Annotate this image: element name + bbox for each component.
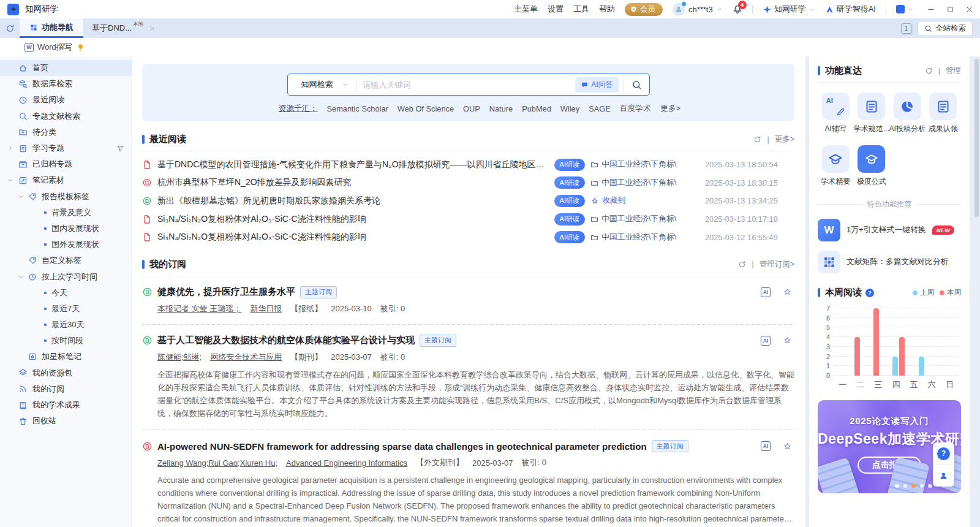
global-search-button[interactable]: 全站检索	[918, 21, 973, 36]
refresh-button[interactable]	[753, 135, 761, 143]
sources-more-link[interactable]: 更多>	[660, 104, 680, 114]
refresh-button[interactable]	[925, 67, 933, 75]
authors-link[interactable]: 陈健能;邹琳;	[157, 352, 202, 363]
quick-ai-submission-analysis[interactable]: AI投稿分析	[889, 93, 925, 134]
search-scope-select[interactable]: 知网检索	[288, 79, 356, 90]
search-submit-button[interactable]	[624, 74, 649, 95]
help-button[interactable]: ?	[933, 442, 954, 464]
sidebar-item-last-30-days[interactable]: 最近30天	[0, 317, 132, 333]
star-button[interactable]	[783, 442, 792, 451]
ai-assistant-button[interactable]: 研学智得AI	[825, 4, 876, 15]
quick-academic-standards[interactable]: 学术规范...	[854, 93, 890, 134]
manage-link[interactable]: 管理	[946, 66, 961, 76]
article-title[interactable]: 新出《殷檀那墓志铭》所见初唐时期殷氏家族婚姻关系考论	[157, 195, 549, 207]
topic-subscription-badge[interactable]: 主题订阅	[300, 286, 337, 298]
folder-link[interactable]: 中国工业经济\下角标\	[590, 214, 699, 224]
collapse-icon[interactable]	[17, 273, 24, 281]
recent-more-link[interactable]: 更多>	[775, 134, 794, 145]
minimize-button[interactable]	[926, 4, 936, 14]
sidebar-item-by-time-range[interactable]: 按时间段	[0, 333, 132, 349]
tab-document[interactable]: 基于DND... 本地	[83, 18, 164, 38]
star-button[interactable]	[783, 287, 792, 297]
featured-literature-matrix[interactable]: 文献矩阵：多篇文献对比分析	[818, 251, 961, 273]
article-title[interactable]: AI-powered NUN-SEDFN framework for addre…	[157, 441, 647, 452]
notifications-button[interactable]: 4	[733, 4, 742, 15]
sources-label[interactable]: 资源千汇：	[279, 104, 318, 114]
sidebar-item-note-materials[interactable]: 笔记素材	[0, 172, 132, 188]
sidebar-item-today[interactable]: 今天	[0, 285, 132, 301]
sidebar-item-my-academic-achievements[interactable]: 我的学术成果	[0, 397, 132, 413]
menu-help[interactable]: 帮助	[599, 4, 615, 15]
sidebar-item-report-template-tags[interactable]: 报告模板标签	[0, 189, 132, 205]
member-button[interactable]: 会员	[625, 3, 663, 16]
ai-read-button[interactable]: AI	[761, 336, 771, 346]
maximize-button[interactable]	[946, 5, 955, 14]
journal-link[interactable]: 网络安全技术与应用	[210, 352, 282, 363]
ai-read-badge[interactable]: AI研读	[554, 195, 585, 207]
article-title[interactable]: 杭州市典型林下草坪N_2O排放差异及影响因素研究	[157, 177, 549, 188]
journal-link[interactable]: 新华日报	[250, 303, 282, 314]
folder-link[interactable]: 中国工业经济\下角标\	[590, 159, 699, 170]
sidebar-item-by-last-study-time[interactable]: 按上次学习时间	[0, 268, 132, 284]
authors-link[interactable]: Zeliang Wang;Rui Gao;Xiuren Hu;	[157, 458, 277, 468]
ai-read-badge[interactable]: AI研读	[554, 159, 585, 171]
sidebar-item-archived-topics[interactable]: 已归档专题	[0, 156, 132, 172]
source-wiley[interactable]: Wiley	[560, 104, 579, 113]
expand-icon[interactable]	[7, 145, 14, 152]
menu-tools[interactable]: 工具	[573, 4, 589, 15]
tab-close-button[interactable]	[149, 25, 156, 32]
quick-ai-writing[interactable]: AI AI辅写	[818, 93, 854, 134]
source-pubmed[interactable]: PubMed	[522, 104, 551, 113]
authors-link[interactable]: 本报记者 安莹 王璐瑶；	[157, 303, 241, 314]
article-title[interactable]: 健康优先，提升医疗卫生服务水平	[157, 286, 295, 298]
sidebar-item-uncategorized[interactable]: 待分类	[0, 124, 132, 140]
ai-read-badge[interactable]: AI研读	[554, 231, 585, 243]
source-baidu-scholar[interactable]: 百度学术	[620, 104, 651, 114]
article-title[interactable]: Si₃N₄/Si₂N₂O复相粉体对Al₂O₃-SiC-C浇注料性能的影响	[157, 232, 549, 243]
menu-settings[interactable]: 设置	[548, 4, 564, 15]
journal-link[interactable]: Advanced Engineering Informatics	[286, 458, 407, 468]
filter-icon[interactable]	[116, 145, 124, 153]
sidebar-item-custom-tags[interactable]: 自定义标签	[0, 252, 132, 268]
ai-read-badge[interactable]: AI研读	[554, 213, 585, 226]
manage-subscriptions-link[interactable]: 管理订阅>	[760, 259, 794, 270]
article-title[interactable]: 基于人工智能及大数据技术的航空体质体能实验平台设计与实现	[157, 335, 415, 346]
sidebar-item-domestic-development[interactable]: 国内发展现状	[0, 221, 132, 237]
sidebar-item-recycle-bin[interactable]: 回收站	[0, 413, 132, 429]
source-web-of-science[interactable]: Web Of Science	[398, 104, 454, 113]
quick-academic-essentials[interactable]: 学术精要	[818, 145, 854, 187]
ai-read-button[interactable]: AI	[761, 441, 771, 451]
collapse-icon[interactable]	[17, 193, 24, 200]
sidebar-item-last-7-days[interactable]: 最近7天	[0, 301, 132, 317]
keyword-input[interactable]	[357, 80, 576, 89]
user-menu[interactable]: ch***t3	[673, 3, 723, 16]
sidebar-item-database-search[interactable]: 数据库检索	[0, 76, 132, 92]
tab-function-nav[interactable]: 功能导航	[20, 18, 83, 38]
sidebar-item-study-topics[interactable]: 学习专题	[0, 140, 132, 156]
source-oup[interactable]: OUP	[463, 104, 480, 113]
refresh-button[interactable]	[738, 260, 746, 268]
customer-service-button[interactable]	[933, 464, 954, 487]
sidebar-item-recent-reading[interactable]: 最近阅读	[0, 92, 132, 108]
close-button[interactable]	[965, 5, 974, 14]
vertical-scrollbar[interactable]	[973, 56, 980, 527]
ai-qa-button[interactable]: AI问答	[575, 77, 618, 93]
theme-color-picker[interactable]	[896, 5, 914, 13]
article-title[interactable]: 基于DNDC模型的农田管理措施-气候变化作用下粮食产量与N₂O排放模拟研究——以…	[157, 159, 549, 170]
folder-link[interactable]: 中国工业经济\下角标\	[590, 178, 699, 188]
sidebar-item-home[interactable]: 首页	[0, 60, 132, 76]
scrollbar-thumb[interactable]	[974, 59, 979, 217]
help-question-icon[interactable]: ?	[865, 289, 874, 297]
sidebar-item-starred-notes[interactable]: 加星标笔记	[0, 349, 132, 365]
sidebar-item-background-significance[interactable]: 背景及意义	[0, 205, 132, 221]
page-indicator[interactable]: 1	[901, 23, 911, 34]
star-button[interactable]	[783, 336, 792, 345]
topic-subscription-badge[interactable]: 主题订阅	[652, 440, 688, 452]
menu-main[interactable]: 主菜单	[514, 4, 538, 15]
source-nature[interactable]: Nature	[489, 104, 513, 113]
ai-read-button[interactable]: AI	[761, 287, 771, 297]
topic-subscription-badge[interactable]: 主题订阅	[420, 335, 456, 347]
brand-menu[interactable]: 知网研学	[763, 4, 815, 15]
word-writing-button[interactable]: Word撰写	[37, 42, 72, 53]
sidebar-item-my-resource-packs[interactable]: 我的资源包	[0, 365, 132, 381]
